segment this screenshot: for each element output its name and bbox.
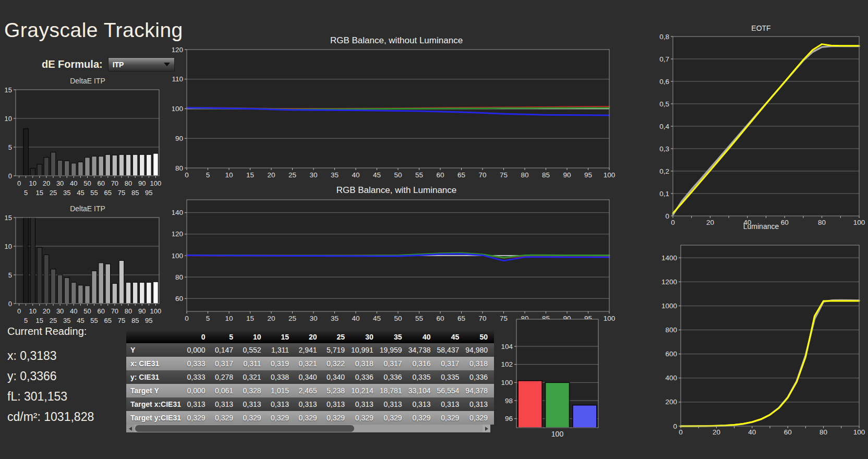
- de-formula-dropdown[interactable]: ITP: [108, 57, 175, 71]
- svg-text:75: 75: [500, 171, 508, 179]
- svg-text:70: 70: [478, 315, 486, 322]
- table-cell: 0,318: [465, 357, 494, 370]
- svg-text:20: 20: [267, 171, 275, 179]
- svg-text:1000: 1000: [661, 302, 677, 310]
- svg-text:20: 20: [43, 179, 50, 187]
- table-cell: 0,061: [212, 384, 240, 397]
- svg-text:25: 25: [288, 171, 296, 179]
- svg-text:800: 800: [665, 326, 677, 334]
- table-row-label: y: CIE31: [126, 370, 184, 384]
- table-cell: 0,317: [380, 357, 408, 370]
- svg-text:95: 95: [145, 189, 152, 197]
- svg-text:30: 30: [56, 307, 64, 315]
- table-cell: 0,313: [408, 397, 437, 411]
- svg-text:100: 100: [604, 171, 616, 179]
- table-cell: 2,941: [295, 343, 323, 357]
- svg-text:90: 90: [175, 135, 183, 142]
- svg-text:0,2: 0,2: [659, 167, 669, 175]
- svg-text:15: 15: [5, 86, 12, 94]
- page-title: Grayscale Tracking: [4, 19, 183, 42]
- svg-text:5: 5: [24, 317, 28, 324]
- svg-text:20: 20: [43, 307, 50, 315]
- table-cell: 0,318: [351, 357, 380, 370]
- scroll-left-button[interactable]: [126, 425, 134, 432]
- svg-text:40: 40: [352, 171, 359, 179]
- svg-text:50: 50: [83, 179, 91, 187]
- svg-text:85: 85: [542, 171, 550, 179]
- current-reading-y: y: 0,3366: [7, 366, 94, 386]
- svg-text:80: 80: [521, 171, 528, 179]
- scrollbar-thumb[interactable]: [135, 425, 354, 432]
- svg-text:45: 45: [77, 189, 84, 197]
- table-cell: 0,329: [239, 411, 268, 425]
- svg-text:65: 65: [457, 315, 465, 322]
- svg-text:100: 100: [853, 428, 865, 436]
- table-horizontal-scrollbar[interactable]: [126, 425, 490, 432]
- svg-text:96: 96: [505, 415, 513, 422]
- table-cell: 0,336: [380, 370, 408, 384]
- svg-text:55: 55: [415, 315, 423, 322]
- svg-text:70: 70: [111, 179, 118, 187]
- svg-text:10: 10: [29, 307, 37, 315]
- table-cell: 0,316: [408, 357, 437, 370]
- svg-text:45: 45: [77, 317, 84, 324]
- svg-text:200: 200: [665, 398, 677, 406]
- table-cell: 0,552: [239, 343, 268, 357]
- table-cell: 0,340: [295, 370, 323, 384]
- svg-text:100: 100: [501, 379, 513, 386]
- table-cell: 0,311: [239, 357, 268, 370]
- svg-text:5: 5: [206, 171, 210, 179]
- table-cell: 56,554: [437, 384, 465, 397]
- svg-text:80: 80: [175, 164, 183, 172]
- table-row: y: CIE310,3330,2780,3210,3380,3400,3400,…: [126, 370, 494, 384]
- svg-text:90: 90: [138, 179, 146, 187]
- table-cell: 0,313: [295, 397, 323, 411]
- svg-text:95: 95: [584, 171, 592, 179]
- table-col-header: 35: [380, 330, 408, 343]
- table-cell: 0,313: [239, 397, 268, 411]
- table-row: Target Y0,0000,0610,3281,0152,4655,23810…: [126, 384, 494, 397]
- current-reading-panel: Current Reading: x: 0,3183 y: 0,3366 fL:…: [7, 325, 94, 427]
- table-row: Target y:CIE310,3290,3290,3290,3290,3290…: [126, 411, 494, 425]
- svg-text:40: 40: [748, 428, 756, 436]
- svg-text:RGB Balance, without Luminance: RGB Balance, without Luminance: [330, 35, 463, 45]
- table-corner-cell: [126, 330, 184, 343]
- current-reading-fl: fL: 301,153: [7, 386, 94, 407]
- table-row-label: Y: [126, 343, 184, 357]
- table-cell: 0,329: [268, 411, 296, 425]
- table-cell: 10,214: [351, 384, 380, 397]
- svg-text:65: 65: [104, 189, 112, 197]
- svg-text:1400: 1400: [661, 254, 677, 262]
- svg-text:5: 5: [8, 271, 12, 279]
- table-row-label: Target x:CIE31: [126, 397, 184, 411]
- svg-text:55: 55: [415, 171, 423, 179]
- table-cell: 94,980: [465, 343, 494, 357]
- svg-text:DeltaE ITP: DeltaE ITP: [70, 204, 105, 213]
- svg-text:0: 0: [673, 422, 677, 430]
- svg-text:15: 15: [5, 214, 12, 222]
- table-cell: 1,015: [268, 384, 296, 397]
- svg-text:0,5: 0,5: [659, 100, 669, 108]
- table-col-header: 10: [239, 330, 268, 343]
- table-col-header: 30: [351, 330, 380, 343]
- measurement-table: 05101520253035404550 Y0,0000,1470,5521,3…: [126, 330, 494, 425]
- de-formula-row: dE Formula: ITP: [42, 57, 175, 71]
- svg-text:100: 100: [150, 179, 162, 187]
- svg-text:100: 100: [150, 307, 162, 315]
- current-reading-cdm2: cd/m²: 1031,828: [7, 407, 94, 427]
- table-col-header: 20: [295, 330, 323, 343]
- svg-text:35: 35: [63, 317, 70, 324]
- svg-text:600: 600: [665, 350, 677, 358]
- table-cell: 0,335: [437, 370, 465, 384]
- svg-text:35: 35: [63, 189, 70, 197]
- svg-text:60: 60: [97, 307, 104, 315]
- svg-text:10: 10: [5, 243, 12, 250]
- scroll-right-button[interactable]: [483, 425, 490, 432]
- svg-text:10: 10: [225, 315, 233, 322]
- svg-text:Luminance: Luminance: [743, 222, 779, 231]
- svg-text:0: 0: [8, 172, 12, 180]
- chevron-down-icon: [164, 63, 170, 66]
- table-cell: 0,340: [323, 370, 352, 384]
- svg-text:80: 80: [175, 273, 183, 281]
- svg-text:80: 80: [125, 179, 132, 187]
